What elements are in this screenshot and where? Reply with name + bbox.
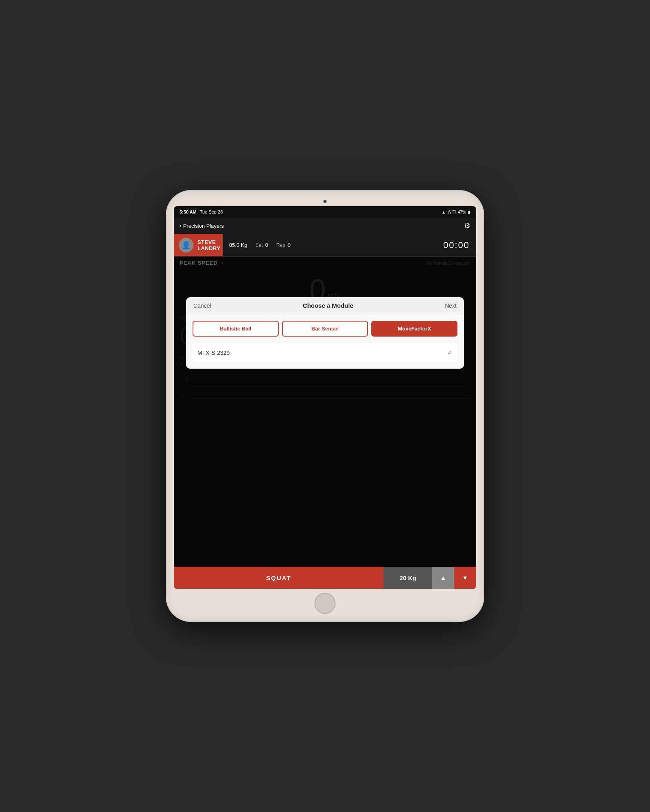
wifi-icon: WiFi xyxy=(448,210,456,214)
tab-movefactorx-label: MoveFactorX xyxy=(398,326,431,332)
weight-up-button[interactable]: ▲ xyxy=(432,567,454,589)
rep-label: Rep xyxy=(276,242,285,248)
tab-bar-sensei-label: Bar Sensei xyxy=(311,326,338,332)
bottom-bar: SQUAT 20 Kg ▲ ▼ xyxy=(174,567,476,589)
set-label: Set xyxy=(256,242,263,248)
signal-icon: ▲ xyxy=(442,210,446,214)
tablet-device: 5:50 AM Tue Sep 28 ▲ WiFi 47% ▮ ‹ Precis… xyxy=(167,191,483,621)
player-header: 👤 STEVE LANDRY 85.0 Kg Set 0 Rep 0 00:00 xyxy=(174,234,476,257)
weight-stat: 85.0 Kg xyxy=(229,242,247,248)
settings-button[interactable]: ⚙ xyxy=(464,221,470,230)
rep-stat: Rep 0 xyxy=(276,242,290,248)
avatar: 👤 xyxy=(179,238,193,253)
module-tabs: Ballistic Ball Bar Sensei MoveFactorX xyxy=(193,321,457,337)
dialog-spacer xyxy=(174,257,476,297)
device-list: MFX-S-2329 ✓ xyxy=(193,343,457,362)
status-bar: 5:50 AM Tue Sep 28 ▲ WiFi 47% ▮ xyxy=(174,206,476,218)
weight-down-button[interactable]: ▼ xyxy=(454,567,476,589)
device-name: MFX-S-2329 xyxy=(197,350,230,356)
home-button[interactable] xyxy=(314,593,336,614)
exercise-button[interactable]: SQUAT xyxy=(174,567,384,589)
dialog-overlay: Cancel Choose a Module Next Ballistic Ba… xyxy=(174,257,476,567)
status-icons: ▲ WiFi 47% ▮ xyxy=(442,210,470,214)
weight-label: 20 Kg xyxy=(400,574,416,581)
battery-icon: ▮ xyxy=(468,210,470,214)
avatar-icon: 👤 xyxy=(182,241,191,250)
back-button[interactable]: ‹ Precision Players xyxy=(180,222,224,229)
tab-ballistic-ball[interactable]: Ballistic Ball xyxy=(193,321,279,337)
player-avatar-section: 👤 STEVE LANDRY xyxy=(174,234,223,256)
checkmark-icon: ✓ xyxy=(447,349,453,356)
rep-value: 0 xyxy=(288,242,290,248)
next-button[interactable]: Next xyxy=(445,302,457,309)
dialog-title: Choose a Module xyxy=(303,302,353,309)
battery-label: 47% xyxy=(458,210,466,214)
player-name: STEVE LANDRY xyxy=(197,239,221,251)
status-date: Tue Sep 28 xyxy=(200,209,223,214)
chevron-left-icon: ‹ xyxy=(180,222,182,229)
timer-display: 00:00 xyxy=(443,240,470,251)
set-stat: Set 0 xyxy=(256,242,268,248)
choose-module-dialog: Cancel Choose a Module Next Ballistic Ba… xyxy=(186,297,464,369)
list-item[interactable]: MFX-S-2329 ✓ xyxy=(197,343,453,362)
exercise-label: SQUAT xyxy=(266,574,291,581)
set-value: 0 xyxy=(265,242,268,248)
status-time: 5:50 AM xyxy=(180,209,197,214)
cancel-button[interactable]: Cancel xyxy=(193,302,211,309)
dialog-header: Cancel Choose a Module Next xyxy=(186,297,464,314)
tablet-camera xyxy=(323,200,327,203)
weight-value: 85.0 Kg xyxy=(229,242,247,248)
triangle-up-icon: ▲ xyxy=(440,574,446,581)
player-stats: 85.0 Kg Set 0 Rep 0 00:00 xyxy=(223,240,476,251)
weight-display: 20 Kg xyxy=(384,567,432,589)
tab-movefactorx[interactable]: MoveFactorX xyxy=(371,321,457,337)
triangle-down-icon: ▼ xyxy=(462,574,468,581)
tablet-screen: 5:50 AM Tue Sep 28 ▲ WiFi 47% ▮ ‹ Precis… xyxy=(174,206,476,589)
gear-icon: ⚙ xyxy=(464,222,470,230)
dialog-body: Ballistic Ball Bar Sensei MoveFactorX xyxy=(186,314,464,369)
tab-ballistic-ball-label: Ballistic Ball xyxy=(220,326,251,332)
back-label: Precision Players xyxy=(183,223,224,229)
nav-bar: ‹ Precision Players ⚙ xyxy=(174,218,476,234)
tab-bar-sensei[interactable]: Bar Sensei xyxy=(282,321,368,337)
main-content: PEAK SPEED ▼ No Module Connected 0 m/s P… xyxy=(174,257,476,567)
